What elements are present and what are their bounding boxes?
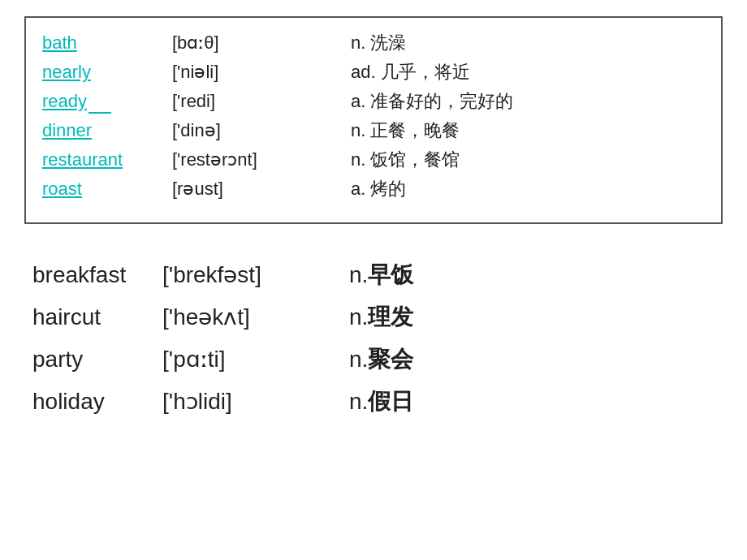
vocab-phonetic: [rəust] <box>172 179 351 200</box>
vocab-phonetic: ['brekfəst] <box>162 261 349 288</box>
vocab-word-link[interactable]: ready <box>42 91 172 114</box>
vocab-word-link[interactable]: restaurant <box>42 149 172 170</box>
table-row: roast[rəust]a. 烤的 <box>42 177 705 201</box>
vocab-definition: n. 正餐，晚餐 <box>351 118 460 143</box>
vocab-definition: n.聚会 <box>349 344 413 375</box>
vocab-phonetic: ['niəli] <box>172 62 351 83</box>
table-row: holiday['hɔlidi]n.假日 <box>32 386 723 417</box>
vocab-phonetic: ['dinə] <box>172 120 351 141</box>
vocab-definition: n.早饭 <box>349 260 413 291</box>
vocab-definition: ad. 几乎，将近 <box>351 60 470 84</box>
table-row: haircut['heəkʌt]n.理发 <box>32 302 723 333</box>
plain-vocabulary-section: breakfast['brekfəst]n.早饭haircut['heəkʌt]… <box>24 260 723 417</box>
vocab-word: haircut <box>32 304 162 330</box>
table-row: ready ['redi]a. 准备好的，完好的 <box>42 89 705 114</box>
vocab-word-link[interactable]: roast <box>42 179 172 200</box>
vocab-word: holiday <box>32 389 162 415</box>
vocab-word-link[interactable]: nearly <box>42 62 172 83</box>
page-container: bath[bɑːθ]n. 洗澡nearly['niəli]ad. 几乎，将近re… <box>0 0 747 560</box>
vocab-phonetic: ['restərɔnt] <box>172 149 351 170</box>
vocab-word-link[interactable]: bath <box>42 32 172 54</box>
vocab-phonetic: [bɑːθ] <box>172 32 351 54</box>
vocab-definition: n. 饭馆，餐馆 <box>351 148 460 172</box>
vocab-phonetic: ['hɔlidi] <box>162 388 349 415</box>
vocab-definition: n.假日 <box>349 386 413 417</box>
vocab-phonetic: ['pɑːti] <box>162 346 349 373</box>
table-row: restaurant['restərɔnt]n. 饭馆，餐馆 <box>42 148 705 172</box>
table-row: nearly['niəli]ad. 几乎，将近 <box>42 60 705 84</box>
vocab-word: breakfast <box>32 262 162 288</box>
vocab-definition: n. 洗澡 <box>351 31 406 55</box>
table-row: bath[bɑːθ]n. 洗澡 <box>42 31 705 55</box>
vocab-word-link[interactable]: dinner <box>42 120 172 141</box>
vocab-word: party <box>32 347 162 373</box>
table-row: breakfast['brekfəst]n.早饭 <box>32 260 723 291</box>
vocab-phonetic: ['redi] <box>172 91 351 112</box>
vocab-phonetic: ['heəkʌt] <box>162 304 349 330</box>
vocab-definition: a. 准备好的，完好的 <box>351 89 513 114</box>
vocab-definition: n.理发 <box>349 302 413 333</box>
table-row: party['pɑːti]n.聚会 <box>32 344 723 375</box>
table-row: dinner['dinə]n. 正餐，晚餐 <box>42 118 705 143</box>
vocab-definition: a. 烤的 <box>351 177 406 201</box>
bordered-vocabulary-box: bath[bɑːθ]n. 洗澡nearly['niəli]ad. 几乎，将近re… <box>24 16 723 224</box>
